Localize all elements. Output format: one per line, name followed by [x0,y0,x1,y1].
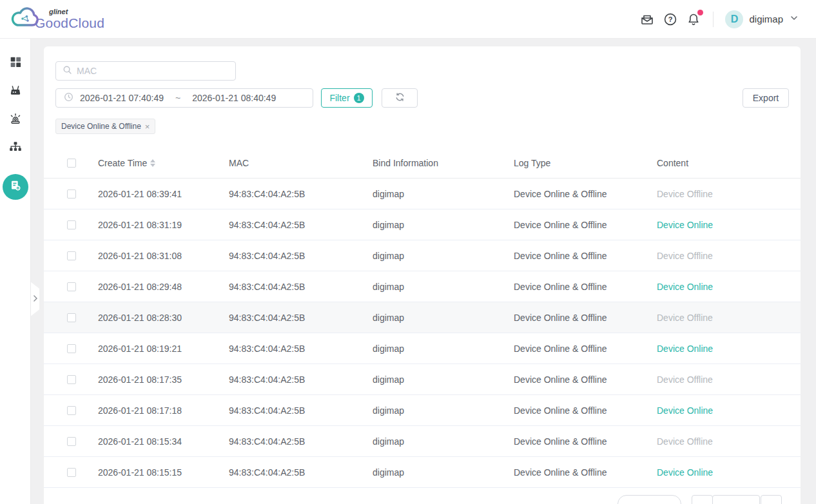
cell-mac: 94:83:C4:04:A2:5B [229,405,373,416]
table-row[interactable]: 2026-01-21 08:29:48 94:83:C4:04:A2:5B di… [44,271,801,302]
cell-log-type: Device Online & Offline [514,251,657,261]
table-row[interactable]: 2026-01-21 08:31:08 94:83:C4:04:A2:5B di… [44,240,801,271]
row-checkbox[interactable] [67,375,76,384]
cell-mac: 94:83:C4:04:A2:5B [229,374,373,385]
sidebar-item-dashboard[interactable] [0,49,31,77]
mail-icon[interactable] [636,8,659,31]
help-icon[interactable]: ? [659,8,682,31]
cell-content: Device Offline [657,313,801,323]
bell-icon[interactable] [682,8,705,31]
dashboard-icon [8,55,23,72]
cell-log-type: Device Online & Offline [514,313,657,323]
table-row[interactable]: 2026-01-21 08:15:34 94:83:C4:04:A2:5B di… [44,426,801,457]
cell-log-type: Device Online & Offline [514,344,657,354]
cell-create-time: 2026-01-21 08:15:15 [98,467,229,478]
cell-bind-information: digimap [373,220,514,230]
cell-bind-information: digimap [373,344,514,354]
cell-log-type: Device Online & Offline [514,189,657,199]
cell-create-time: 2026-01-21 08:39:41 [98,189,229,199]
sort-carets-icon[interactable] [150,159,155,167]
sidebar-collapse-handle[interactable] [30,282,39,316]
table-header: Create Time MAC Bind Information Log Typ… [44,148,801,179]
content-card: 2026-01-21 07:40:49 ~ 2026-01-21 08:40:4… [44,46,801,504]
date-range-picker[interactable]: 2026-01-21 07:40:49 ~ 2026-01-21 08:40:4… [55,88,313,108]
cell-create-time: 2026-01-21 08:17:18 [98,405,229,416]
logo-brand-label: GoodCloud [35,16,104,30]
filter-count-badge: 1 [354,93,364,103]
cell-content: Device Online [657,220,801,230]
export-button[interactable]: Export [743,88,789,108]
cell-content: Device Offline [657,436,801,447]
cell-log-type: Device Online & Offline [514,282,657,292]
row-checkbox[interactable] [67,468,76,477]
cell-log-type: Device Online & Offline [514,436,657,447]
cell-mac: 94:83:C4:04:A2:5B [229,344,373,354]
column-bind-information: Bind Information [373,158,514,168]
cell-bind-information: digimap [373,436,514,447]
pagination-pager[interactable] [712,495,760,504]
row-checkbox[interactable] [67,189,76,199]
row-checkbox[interactable] [67,220,76,229]
cell-bind-information: digimap [373,313,514,323]
search-input[interactable] [77,66,229,76]
chevron-down-icon [789,13,799,26]
cell-bind-information: digimap [373,405,514,416]
row-checkbox[interactable] [67,344,76,353]
column-log-type: Log Type [514,158,657,168]
cell-log-type: Device Online & Offline [514,374,657,385]
user-menu[interactable]: D digimap [725,10,799,28]
avatar: D [725,10,743,28]
cell-log-type: Device Online & Offline [514,467,657,478]
device-icon [8,83,23,100]
table-row[interactable]: 2026-01-21 08:28:30 94:83:C4:04:A2:5B di… [44,302,801,333]
goodcloud-logo[interactable]: glinet GoodCloud [10,5,104,34]
header-actions: ? D digimap [636,8,799,31]
cell-content: Device Online [657,282,801,292]
sidebar-item-alerts[interactable] [0,106,31,134]
pagination-prev-button[interactable] [692,495,713,504]
cell-content: Device Offline [657,251,801,261]
row-checkbox[interactable] [67,251,76,260]
tag-close-icon[interactable]: × [145,122,150,131]
cell-mac: 94:83:C4:04:A2:5B [229,467,373,478]
select-all-checkbox[interactable] [67,159,76,168]
row-checkbox[interactable] [67,313,76,322]
pagination-next-button[interactable] [761,495,782,504]
table-row[interactable]: 2026-01-21 08:17:35 94:83:C4:04:A2:5B di… [44,364,801,395]
table-row[interactable]: 2026-01-21 08:15:15 94:83:C4:04:A2:5B di… [44,457,801,488]
row-checkbox[interactable] [67,437,76,446]
row-checkbox[interactable] [67,406,76,415]
cell-mac: 94:83:C4:04:A2:5B [229,220,373,230]
table-row[interactable]: 2026-01-21 08:17:18 94:83:C4:04:A2:5B di… [44,395,801,426]
date-separator: ~ [175,93,180,103]
cell-content: Device Offline [657,189,801,199]
cell-create-time: 2026-01-21 08:29:48 [98,282,229,292]
filter-tag-label: Device Online & Offline [61,122,141,131]
cell-bind-information: digimap [373,374,514,385]
logo-text: glinet GoodCloud [35,8,104,30]
table-row[interactable]: 2026-01-21 08:31:19 94:83:C4:04:A2:5B di… [44,209,801,240]
cell-bind-information: digimap [373,189,514,199]
clock-icon [64,92,73,104]
cell-create-time: 2026-01-21 08:31:19 [98,220,229,230]
cell-create-time: 2026-01-21 08:19:21 [98,344,229,354]
table-body: 2026-01-21 08:39:41 94:83:C4:04:A2:5B di… [44,179,801,488]
table-row[interactable]: 2026-01-21 08:39:41 94:83:C4:04:A2:5B di… [44,179,801,209]
row-checkbox[interactable] [67,282,76,291]
app-header: glinet GoodCloud ? D [0,0,816,39]
sidebar-item-logs[interactable] [3,174,28,200]
column-content: Content [657,158,801,168]
sidebar-item-devices[interactable] [0,77,31,106]
cell-content: Device Offline [657,374,801,385]
cell-content: Device Online [657,405,801,416]
pagination-page-size-select[interactable] [617,495,681,504]
svg-text:?: ? [668,15,673,23]
sidebar-item-groups[interactable] [0,134,31,162]
cell-bind-information: digimap [373,251,514,261]
cell-mac: 94:83:C4:04:A2:5B [229,251,373,261]
filter-button-label: Filter [329,93,349,103]
table-row[interactable]: 2026-01-21 08:19:21 94:83:C4:04:A2:5B di… [44,333,801,364]
refresh-button[interactable] [382,88,418,108]
cell-log-type: Device Online & Offline [514,405,657,416]
filter-button[interactable]: Filter 1 [321,88,373,108]
